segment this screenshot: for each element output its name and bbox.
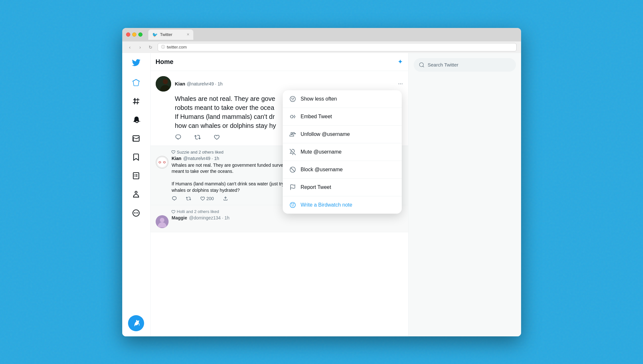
avatar[interactable]: [156, 76, 171, 92]
svg-point-8: [291, 98, 292, 99]
tweet-user-handle: @naturelvr49 · 1h: [187, 81, 223, 86]
sidebar-item-lists[interactable]: [128, 168, 144, 184]
sidebar-item-home[interactable]: [128, 75, 144, 91]
tab-bar: 🐦 Twitter ✕: [148, 30, 193, 40]
tweet-reply-button[interactable]: [175, 134, 181, 140]
context-menu-item-block[interactable]: Block @username: [283, 161, 402, 179]
tweet-more-button[interactable]: ···: [398, 80, 403, 87]
avatar-secondary[interactable]: [156, 156, 169, 169]
context-menu-item-show-less-often[interactable]: Show less often: [283, 90, 402, 108]
secondary-like-button[interactable]: 200: [200, 196, 214, 201]
url-text: twitter.com: [167, 45, 187, 49]
main-feed: Home ✦: [151, 53, 409, 336]
flag-icon: [289, 184, 296, 191]
maximize-window-button[interactable]: [138, 32, 142, 37]
feed-header: Home ✦: [151, 53, 408, 71]
svg-point-7: [290, 96, 295, 102]
unfollow-label: Unfollow @username: [301, 131, 350, 137]
sidebar-item-messages[interactable]: [128, 130, 144, 146]
tweet-secondary-handle: @naturelvr49 · 1h: [183, 156, 219, 161]
svg-point-2: [163, 79, 168, 84]
third-user-name: Maggie: [172, 215, 187, 220]
embed-tweet-label: Embed Tweet: [301, 114, 332, 120]
traffic-lights: [126, 32, 142, 37]
context-menu-item-birdwatch[interactable]: Write a Birdwatch note: [283, 196, 402, 214]
svg-point-16: [290, 202, 295, 208]
sidebar-item-bookmarks[interactable]: [128, 149, 144, 165]
content-area: Home ✦: [122, 53, 521, 336]
twitter-logo[interactable]: [132, 58, 141, 69]
minimize-window-button[interactable]: [132, 32, 136, 37]
block-label: Block @username: [301, 167, 343, 173]
twitter-sidebar: [122, 53, 151, 336]
svg-point-9: [293, 98, 294, 99]
title-bar: 🐦 Twitter ✕: [122, 28, 521, 41]
context-menu-item-report[interactable]: Report Tweet: [283, 179, 402, 196]
mute-label: Mute @username: [301, 149, 342, 155]
svg-point-4: [157, 157, 167, 167]
report-tweet-label: Report Tweet: [301, 184, 331, 190]
tab-title: Twitter: [160, 32, 172, 37]
tweet-secondary-name: Kian: [172, 156, 181, 161]
secondary-reply-button[interactable]: [172, 196, 177, 201]
back-button[interactable]: ‹: [127, 45, 133, 50]
code-icon: [289, 113, 296, 120]
circle-slash-icon: [289, 166, 296, 173]
svg-line-14: [291, 168, 295, 172]
tweet-like-button[interactable]: [214, 134, 220, 140]
svg-point-6: [160, 218, 164, 222]
sidebar-item-profile[interactable]: [128, 186, 144, 202]
secure-icon: ⓘ: [161, 44, 165, 50]
url-bar[interactable]: ⓘ twitter.com: [158, 43, 517, 51]
show-less-often-label: Show less often: [301, 96, 337, 102]
feed-title: Home: [156, 58, 174, 66]
forward-button[interactable]: ›: [137, 45, 143, 50]
close-window-button[interactable]: [126, 32, 130, 37]
feed-content: Kian @naturelvr49 · 1h ··· Whales are no…: [151, 71, 408, 336]
twitter-favicon: 🐦: [152, 32, 158, 37]
right-sidebar: Search Twitter: [409, 53, 521, 336]
bell-off-icon: [289, 148, 296, 155]
birdwatch-label: Write a Birdwatch note: [301, 202, 353, 208]
tweet-user-name: Kian: [175, 81, 186, 86]
birdwatch-icon: [289, 201, 296, 209]
search-bar[interactable]: Search Twitter: [414, 58, 516, 72]
sparkle-icon[interactable]: ✦: [398, 58, 403, 66]
sidebar-item-more[interactable]: [128, 205, 144, 221]
browser-window: 🐦 Twitter ✕ ‹ › ↻ ⓘ twitter.com: [122, 28, 521, 336]
tab-close-button[interactable]: ✕: [187, 32, 189, 37]
sidebar-item-explore[interactable]: [128, 93, 144, 109]
secondary-share-button[interactable]: [223, 196, 228, 201]
context-menu-item-unfollow[interactable]: Unfollow @username: [283, 126, 402, 143]
face-sad-icon: [289, 95, 296, 102]
secondary-retweet-button[interactable]: [186, 196, 191, 201]
search-placeholder: Search Twitter: [428, 62, 459, 67]
compose-tweet-button[interactable]: [128, 315, 144, 331]
reload-button[interactable]: ↻: [147, 45, 154, 50]
context-menu: Show less often Embed Tweet: [283, 90, 402, 214]
tweet-featured-header: Kian @naturelvr49 · 1h ···: [156, 76, 403, 92]
browser-tab[interactable]: 🐦 Twitter ✕: [148, 30, 193, 40]
avatar-third[interactable]: [156, 215, 169, 228]
address-bar: ‹ › ↻ ⓘ twitter.com: [122, 41, 521, 53]
context-menu-item-embed-tweet[interactable]: Embed Tweet: [283, 108, 402, 126]
third-user-handle: @domingez134 · 1h: [189, 215, 230, 220]
person-x-icon: [289, 131, 296, 138]
context-menu-item-mute[interactable]: Mute @username: [283, 143, 402, 161]
sidebar-item-notifications[interactable]: [128, 112, 144, 128]
tweet-retweet-button[interactable]: [194, 134, 201, 140]
svg-line-12: [289, 149, 295, 155]
tweet-user-info: Kian @naturelvr49 · 1h: [175, 81, 394, 87]
